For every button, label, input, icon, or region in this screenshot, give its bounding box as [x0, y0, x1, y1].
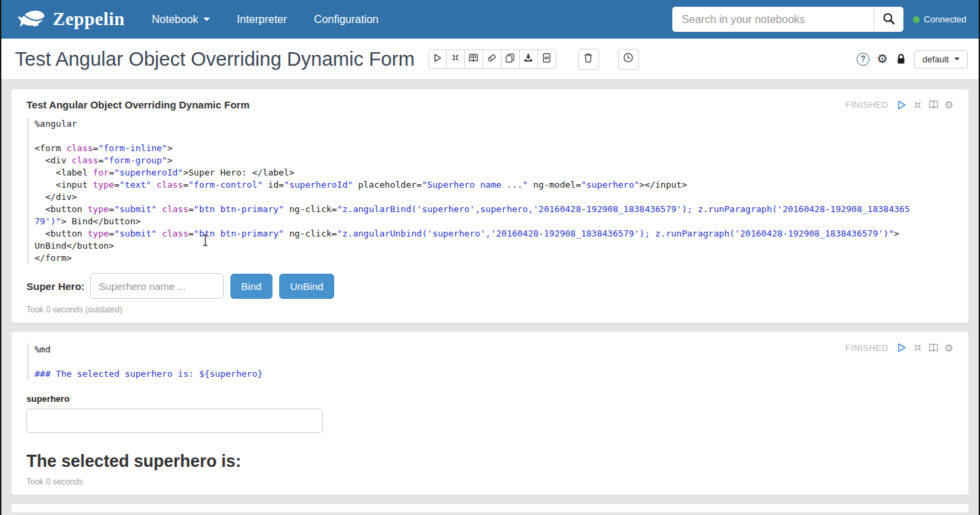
nav-item-label: Configuration — [314, 14, 378, 26]
book-icon — [468, 53, 478, 66]
note-toolbar — [428, 49, 556, 69]
paragraph-title: Test Angular Object Overriding Dynamic F… — [26, 99, 249, 110]
unbind-button[interactable]: UnBind — [279, 274, 334, 299]
status-badge: FINISHED — [845, 343, 888, 353]
eraser-icon — [487, 53, 497, 66]
paragraph-took-status: Took 0 seconds (outdated) — [26, 305, 954, 314]
note-body: Test Angular Object Overriding Dynamic F… — [1, 80, 979, 513]
scheduler-button[interactable] — [618, 49, 639, 70]
next-paragraph-edge — [11, 503, 969, 513]
search-button[interactable] — [874, 7, 903, 32]
clone-note-button[interactable] — [502, 49, 520, 69]
shrink-icon — [451, 53, 460, 65]
paragraph-took-status: Took 0 seconds — [26, 477, 954, 487]
collapse-paragraph-button[interactable] — [913, 100, 922, 110]
collapse-paragraphs-button[interactable] — [447, 49, 465, 69]
nav-item-configuration[interactable]: Configuration — [314, 14, 378, 26]
status-badge: FINISHED — [845, 100, 888, 110]
paragraph-header: Test Angular Object Overriding Dynamic F… — [26, 99, 954, 110]
nav-item-label: Interpreter — [237, 14, 287, 26]
collapse-paragraph-button[interactable] — [913, 343, 922, 352]
nav-item-label: Notebook — [152, 14, 199, 26]
paragraph-controls: FINISHED — [845, 100, 954, 110]
note-header: Test Angular Object Overriding Dynamic F… — [1, 39, 979, 80]
play-icon — [432, 53, 443, 66]
paragraph-settings-gear-icon[interactable]: ⚙ — [945, 100, 954, 110]
search-input[interactable] — [672, 7, 874, 32]
trash-icon — [583, 52, 594, 66]
paragraph-md-output: FINISHED — [11, 331, 969, 495]
connection-status-label: Connected — [924, 14, 966, 24]
bind-button[interactable]: Bind — [230, 274, 272, 299]
download-icon — [523, 53, 533, 66]
clone-icon — [505, 53, 515, 66]
navbar-right: Connected — [672, 7, 966, 32]
lock-icon[interactable] — [895, 53, 907, 65]
connection-status: Connected — [913, 14, 966, 24]
caret-down-icon — [203, 18, 210, 21]
note-header-right: ? ⚙ default — [857, 50, 968, 68]
note-settings-gear-icon[interactable]: ⚙ — [877, 53, 888, 65]
superhero-name-input[interactable] — [90, 273, 224, 299]
interpreter-binding-dropdown[interactable]: default — [914, 50, 968, 68]
run-all-paragraphs-button[interactable] — [428, 49, 447, 69]
show-editor-button[interactable] — [928, 343, 939, 353]
top-navbar: Zeppelin Notebook Interpreter Configurat… — [1, 0, 979, 39]
app-window: Zeppelin Notebook Interpreter Configurat… — [0, 0, 980, 515]
code-editor-md[interactable]: %md ### The selected superhero is: ${sup… — [26, 344, 954, 380]
search-icon — [882, 12, 895, 27]
clock-icon — [623, 52, 634, 66]
interpreter-binding-label: default — [922, 54, 949, 64]
paragraph-angular-form: Test Angular Object Overriding Dynamic F… — [11, 89, 969, 323]
caret-down-icon — [954, 58, 960, 60]
paragraph-controls: FINISHED — [845, 342, 954, 353]
nav-item-interpreter[interactable]: Interpreter — [237, 14, 287, 26]
nav-menu: Notebook Interpreter Configuration — [152, 14, 378, 26]
remove-note-button[interactable] — [578, 49, 599, 70]
note-title[interactable]: Test Angular Object Overriding Dynamic F… — [15, 48, 415, 70]
markdown-output-heading: The selected superhero is: — [26, 451, 954, 471]
paragraph-settings-gear-icon[interactable]: ⚙ — [945, 343, 954, 353]
notebook-search — [672, 7, 903, 32]
angular-output-form: Super Hero: Bind UnBind — [26, 273, 954, 299]
run-paragraph-button[interactable] — [896, 342, 907, 353]
superhero-form-label: Super Hero: — [26, 281, 85, 292]
zeppelin-logo-icon — [18, 5, 47, 35]
dynamic-form-label: superhero — [26, 394, 954, 404]
connected-dot-icon — [913, 16, 920, 23]
zeppelin-brand[interactable]: Zeppelin — [18, 5, 125, 35]
clear-output-button[interactable] — [483, 49, 502, 69]
run-paragraph-button[interactable] — [896, 100, 907, 110]
commit-note-button[interactable] — [538, 49, 556, 69]
code-editor-angular[interactable]: %angular <form class="form-inline"> <div… — [26, 118, 954, 264]
nav-item-notebook[interactable]: Notebook — [152, 14, 210, 26]
superhero-dynamic-input[interactable] — [26, 409, 323, 433]
help-icon[interactable]: ? — [857, 53, 870, 66]
show-hide-code-button[interactable] — [465, 49, 483, 69]
code-file-icon — [542, 53, 552, 66]
show-editor-button[interactable] — [928, 100, 939, 110]
brand-title: Zeppelin — [53, 9, 125, 30]
export-note-button[interactable] — [520, 49, 538, 69]
